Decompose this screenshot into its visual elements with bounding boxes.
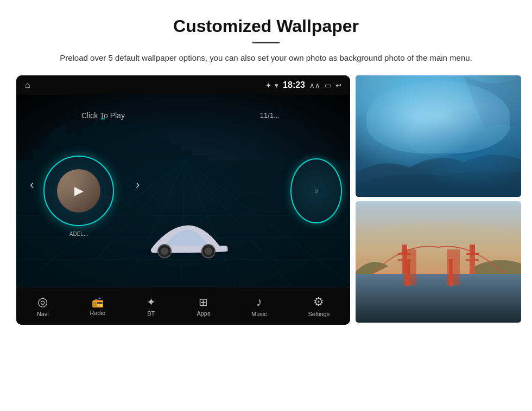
page-title: Customized Wallpaper [43, 16, 489, 36]
header-description: Preload over 5 default wallpaper options… [43, 52, 489, 65]
radio-icon: 📻 [92, 296, 104, 308]
svg-rect-23 [356, 282, 521, 323]
bt-icon: ✦ [147, 296, 156, 309]
radio-label: Radio [90, 310, 105, 316]
settings-label: Settings [308, 311, 330, 317]
navi-icon: ◎ [37, 295, 48, 309]
music-icon: ♪ [256, 295, 262, 309]
window-icon[interactable]: ▭ [325, 81, 331, 89]
status-right: ✦ ▾ 18:23 ∧∧ ▭ ↩ [265, 80, 341, 90]
svg-line-24 [356, 288, 521, 289]
nav-radio[interactable]: 📻 Radio [90, 296, 105, 316]
apps-icon: ⊞ [199, 296, 208, 309]
music-circle-outer: ▶ [43, 156, 114, 226]
status-icons: ✦ ▾ [265, 81, 278, 89]
expand-icon[interactable]: ∧∧ [309, 81, 320, 89]
wallpaper-thumbnails [356, 75, 521, 341]
gauge-circle: 9 [290, 158, 342, 223]
title-divider [252, 42, 280, 43]
click-to-play-text[interactable]: Click To Play [81, 111, 125, 120]
content-area: ⌂ ✦ ▾ 18:23 ∧∧ ▭ ↩ [0, 75, 532, 341]
svg-line-25 [356, 293, 521, 294]
signal-icon: ▾ [275, 81, 278, 89]
svg-line-26 [356, 300, 521, 301]
prev-button[interactable]: ‹ [30, 178, 34, 192]
golden-gate-thumbnail[interactable] [356, 201, 521, 323]
nav-bt[interactable]: ✦ BT [147, 296, 156, 317]
nav-navi[interactable]: ◎ Navi [37, 295, 49, 317]
nav-music[interactable]: ♪ Music [251, 295, 267, 317]
navi-label: Navi [37, 311, 49, 317]
header-section: Customized Wallpaper Preload over 5 defa… [0, 0, 532, 75]
date-display: 11/1... [260, 111, 280, 119]
nav-apps[interactable]: ⊞ Apps [197, 296, 210, 317]
nav-settings[interactable]: ⚙ Settings [308, 295, 330, 317]
svg-point-15 [161, 247, 168, 255]
music-player: ▶ ADEL... [43, 156, 114, 226]
bt-label: BT [147, 310, 155, 317]
album-art: ▶ [57, 169, 100, 213]
bluetooth-icon: ✦ [265, 81, 271, 89]
back-icon[interactable]: ↩ [335, 81, 341, 89]
music-label: Music [251, 311, 267, 317]
ice-cave-svg [356, 75, 521, 197]
ice-cave-thumbnail[interactable] [356, 75, 521, 197]
bottom-nav: ◎ Navi 📻 Radio ✦ BT ⊞ Apps ♪ Music ⚙ Set… [16, 287, 350, 325]
bridge-svg [356, 201, 521, 323]
car-screen: ⌂ ✦ ▾ 18:23 ∧∧ ▭ ↩ [16, 75, 350, 325]
clock: 18:23 [283, 80, 305, 90]
settings-icon: ⚙ [313, 295, 324, 309]
home-icon[interactable]: ⌂ [25, 80, 30, 90]
svg-rect-34 [356, 255, 521, 282]
next-button[interactable]: › [136, 178, 209, 192]
svg-point-17 [205, 247, 212, 255]
svg-rect-27 [372, 274, 505, 277]
artist-name: ADEL... [69, 231, 88, 237]
svg-point-20 [404, 113, 470, 157]
screen-background: ▶ ADEL... Click To Play 11/1... ‹ › 9 [16, 95, 350, 287]
svg-rect-18 [356, 75, 521, 197]
play-icon[interactable]: ▶ [74, 184, 84, 198]
svg-point-19 [372, 86, 480, 162]
status-bar: ⌂ ✦ ▾ 18:23 ∧∧ ▭ ↩ [16, 75, 350, 95]
apps-label: Apps [197, 310, 210, 317]
gauge-label: 9 [315, 188, 318, 194]
